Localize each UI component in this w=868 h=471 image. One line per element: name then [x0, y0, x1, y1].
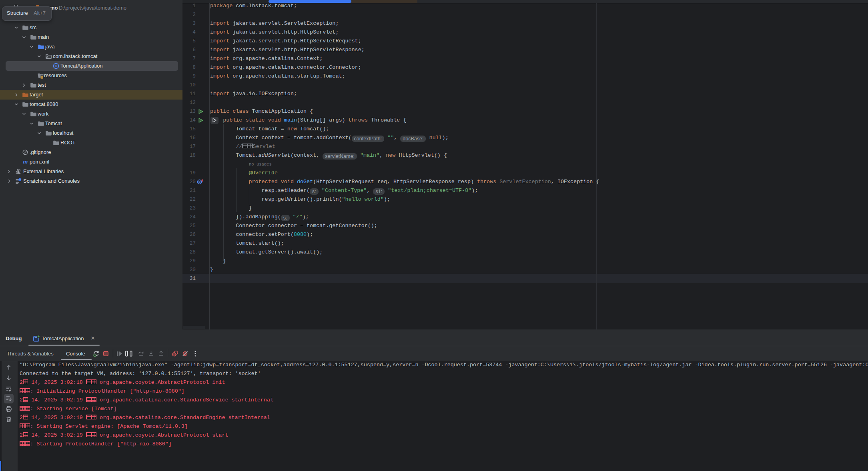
svg-text:m: m: [23, 159, 28, 165]
svg-text:C: C: [55, 64, 58, 68]
